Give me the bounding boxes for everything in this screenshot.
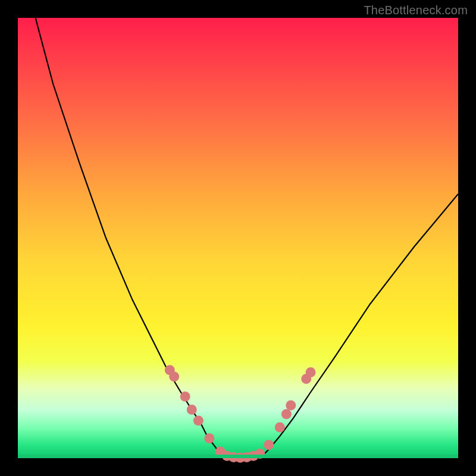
chart-frame: TheBottleneck.com xyxy=(0,0,476,476)
curve-marker xyxy=(264,440,274,450)
curve-marker xyxy=(275,422,285,433)
curve-marker xyxy=(281,409,292,419)
plot-area xyxy=(18,18,458,458)
curve-marker xyxy=(187,405,197,415)
curve-marker xyxy=(306,367,316,377)
curve-markers xyxy=(165,365,316,463)
green-baseline-strip xyxy=(18,455,458,458)
bottleneck-curve xyxy=(18,18,458,458)
watermark-text: TheBottleneck.com xyxy=(364,4,468,17)
curve-marker xyxy=(193,416,203,426)
curve-marker xyxy=(286,400,296,411)
curve-marker xyxy=(169,372,179,382)
curve-right-branch xyxy=(260,194,458,458)
curve-left-branch xyxy=(36,18,227,458)
curve-marker xyxy=(180,392,190,402)
curve-marker xyxy=(204,433,214,443)
